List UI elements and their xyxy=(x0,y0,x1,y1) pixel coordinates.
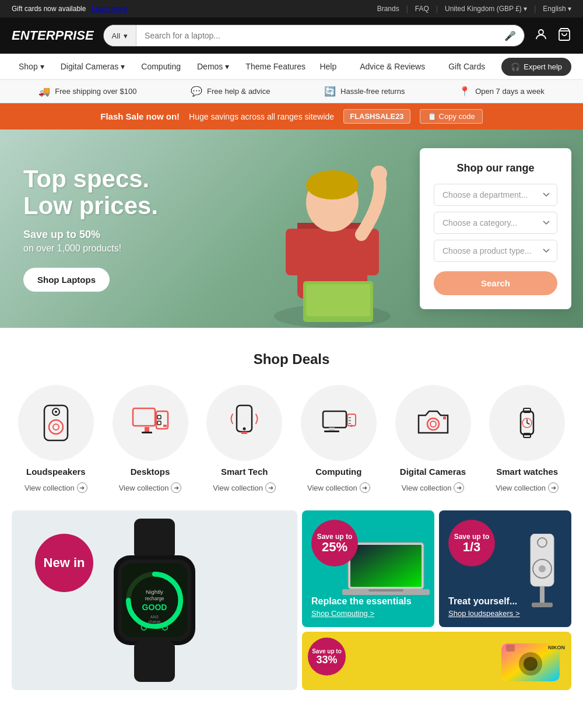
deals-section-title: Shop Deals xyxy=(12,351,571,368)
deal-desktops[interactable]: Desktops View collection ➜ xyxy=(106,385,195,493)
svg-rect-62 xyxy=(350,545,422,587)
product-type-select[interactable]: Choose a product type... xyxy=(434,240,557,262)
benefit-hours: 📍 Open 7 days a week xyxy=(459,86,545,97)
expert-help-btn[interactable]: 🎧 Expert help xyxy=(501,58,571,76)
deals-grid: Loudspeakers View collection ➜ xyxy=(12,385,571,493)
svg-rect-30 xyxy=(324,412,345,426)
cameras-link[interactable]: View collection ➜ xyxy=(402,482,465,493)
nav-left: Shop ▾ Digital Cameras ▾ Computing Demos… xyxy=(12,54,312,79)
svg-rect-20 xyxy=(142,432,152,433)
dropdown-arrow: ▾ xyxy=(124,32,128,40)
camera-save-pct: 33% xyxy=(316,654,337,665)
smart-tech-arrow: ➜ xyxy=(265,482,276,493)
svg-rect-64 xyxy=(368,589,403,592)
brands-link[interactable]: Brands xyxy=(377,5,399,13)
svg-point-34 xyxy=(350,425,353,427)
svg-rect-31 xyxy=(329,428,335,430)
category-select[interactable]: Choose a category... xyxy=(434,212,557,234)
promo-speakers[interactable]: Save up to 1/3 Treat yourself... Shop lo… xyxy=(439,510,571,627)
desktops-link[interactable]: View collection ➜ xyxy=(119,482,182,493)
top-bar: Gift cards now available Learn more Bran… xyxy=(0,0,583,18)
department-select[interactable]: Choose a department... xyxy=(434,184,557,206)
smartwatches-arrow: ➜ xyxy=(548,482,559,493)
svg-rect-35 xyxy=(349,417,351,418)
region-selector[interactable]: United Kingdom (GBP £) ▾ xyxy=(445,5,527,13)
svg-text:Nightly: Nightly xyxy=(146,589,163,595)
loudspeakers-name: Loudspeakers xyxy=(26,467,86,477)
microphone-btn[interactable]: 🎤 xyxy=(496,25,524,46)
top-bar-right: Brands | FAQ | United Kingdom (GBP £) ▾ … xyxy=(377,5,571,13)
nav-item-gift-cards[interactable]: Gift Cards xyxy=(441,54,492,79)
cart-icon[interactable] xyxy=(557,27,571,44)
learn-more-link[interactable]: Learn more xyxy=(92,5,127,13)
benefit-returns: 🔄 Hassle-free returns xyxy=(324,86,405,97)
headset-icon: 🎧 xyxy=(511,62,520,71)
nav-item-demos[interactable]: Demos ▾ xyxy=(190,54,236,79)
separator-3: | xyxy=(534,5,536,13)
hours-text: Open 7 days a week xyxy=(475,87,545,96)
svg-text:recharge: recharge xyxy=(145,596,164,601)
nav-item-advice[interactable]: Advice & Reviews xyxy=(353,54,432,79)
new-in-badge: New in xyxy=(35,534,93,592)
returns-text: Hassle-free returns xyxy=(340,87,405,96)
svg-point-16 xyxy=(55,411,57,413)
svg-point-0 xyxy=(539,30,543,34)
language-selector[interactable]: English ▾ xyxy=(543,5,571,13)
faq-link[interactable]: FAQ xyxy=(415,5,429,13)
svg-rect-23 xyxy=(157,421,161,425)
loudspeakers-link[interactable]: View collection ➜ xyxy=(24,482,87,493)
header-icons xyxy=(534,27,571,44)
shop-computing-link[interactable]: Shop Computing > xyxy=(311,609,412,618)
account-icon[interactable] xyxy=(534,27,548,44)
nav-item-shop[interactable]: Shop ▾ xyxy=(12,54,51,79)
computing-save-badge: Save up to 25% xyxy=(311,520,358,566)
logo[interactable]: ENTERPRISE xyxy=(12,28,94,43)
smart-tech-link[interactable]: View collection ➜ xyxy=(213,482,276,493)
copy-code-btn[interactable]: 📋 Copy code xyxy=(420,109,483,124)
svg-point-74 xyxy=(524,657,538,671)
shop-range-title: Shop our range xyxy=(434,162,557,174)
cameras-name: Digital Cameras xyxy=(400,467,466,477)
smartwatches-name: Smart watches xyxy=(496,467,558,477)
search-input[interactable] xyxy=(136,25,496,46)
deal-smartwatches[interactable]: Smart watches View collection ➜ xyxy=(483,385,571,493)
deal-loudspeakers[interactable]: Loudspeakers View collection ➜ xyxy=(12,385,100,493)
svg-line-46 xyxy=(527,423,529,424)
nav-item-help[interactable]: Help xyxy=(312,54,343,79)
smartwatches-link[interactable]: View collection ➜ xyxy=(496,482,559,493)
nav-item-theme-features[interactable]: Theme Features xyxy=(238,54,312,79)
flash-code-badge: FLASHSALE23 xyxy=(343,109,410,124)
svg-text:↺: ↺ xyxy=(140,622,148,634)
nav-item-cameras[interactable]: Digital Cameras ▾ xyxy=(54,54,132,79)
expert-label: Expert help xyxy=(524,62,562,71)
deal-smart-tech[interactable]: Smart Tech View collection ➜ xyxy=(200,385,289,493)
svg-text:NIKON: NIKON xyxy=(548,645,565,650)
camera-save-badge: Save up to 33% xyxy=(308,638,346,676)
separator-2: | xyxy=(436,5,438,13)
computing-link[interactable]: View collection ➜ xyxy=(307,482,370,493)
shop-laptops-btn[interactable]: Shop Laptops xyxy=(23,268,110,292)
svg-rect-47 xyxy=(134,519,175,559)
speakers-card-title: Treat yourself... xyxy=(448,596,520,607)
svg-rect-18 xyxy=(134,410,154,425)
svg-rect-32 xyxy=(324,430,339,432)
hero-section: Top specs.Low prices. Save up to 50% on … xyxy=(0,130,583,328)
svg-rect-22 xyxy=(157,415,161,419)
computing-icon-circle xyxy=(301,385,377,461)
svg-rect-59 xyxy=(134,641,175,682)
range-search-btn[interactable]: Search xyxy=(434,271,557,295)
shop-loudspeakers-link[interactable]: Shop loudspeakers > xyxy=(448,609,520,618)
svg-rect-76 xyxy=(506,645,515,652)
deal-computing[interactable]: Computing View collection ➜ xyxy=(294,385,383,493)
nav-item-computing[interactable]: Computing xyxy=(134,54,188,79)
speakers-save-badge: Save up to 1/3 xyxy=(448,520,495,566)
copy-label: Copy code xyxy=(439,112,475,121)
promo-computing[interactable]: Save up to 25% xyxy=(302,510,434,627)
svg-rect-40 xyxy=(443,416,446,419)
deal-cameras[interactable]: Digital Cameras View collection ➜ xyxy=(389,385,477,493)
search-bar: All ▾ 🎤 xyxy=(103,24,525,47)
smart-tech-name: Smart Tech xyxy=(221,467,268,477)
search-category-btn[interactable]: All ▾ xyxy=(104,25,136,46)
header: ENTERPRISE All ▾ 🎤 xyxy=(0,18,583,54)
shop-range-card: Shop our range Choose a department... Ch… xyxy=(420,148,571,309)
